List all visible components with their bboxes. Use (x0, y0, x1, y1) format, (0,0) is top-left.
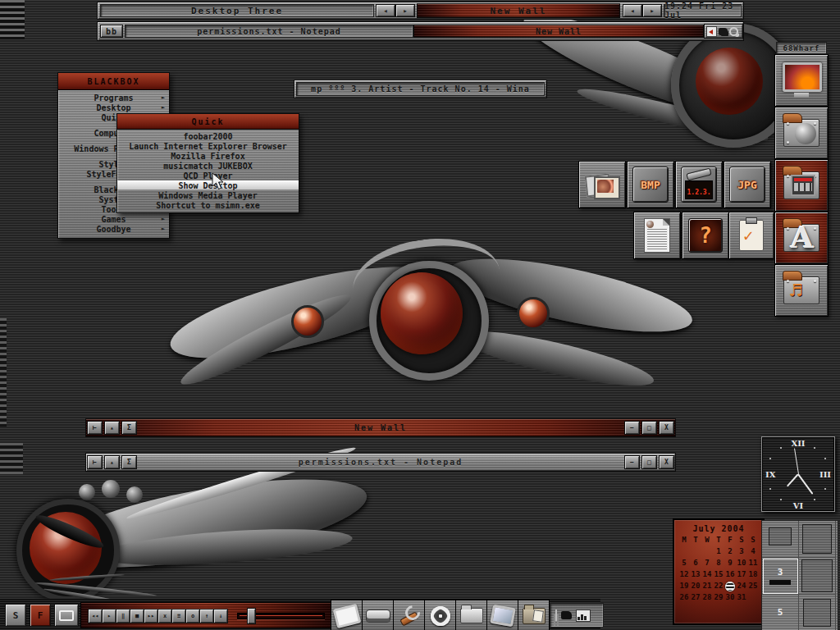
quick-item-shortcut-msimn[interactable]: Shortcut to msimn.exe (117, 200, 299, 210)
dock-display2-icon[interactable] (486, 600, 518, 630)
workspace-label[interactable]: Desktop Three (100, 4, 374, 17)
clock-numeral-xii: XII (791, 439, 805, 448)
dock-display-icon[interactable] (331, 600, 363, 630)
stick-button[interactable]: ⊢ (87, 455, 103, 469)
quick-menu: Quick foobar2000 Launch Internet Explore… (116, 113, 299, 213)
image-tray-icon[interactable] (706, 26, 717, 37)
calendar: July 2004 MTWTFSS 1234 567891011 1213141… (673, 518, 765, 625)
menu-item-desktop[interactable]: Desktop► (58, 103, 169, 112)
wharf-music-icon[interactable]: ♬ (774, 264, 829, 317)
lower-button[interactable]: Σ (121, 421, 137, 435)
pager-cell-3-active[interactable]: 3 (762, 558, 799, 595)
key-tray-icon[interactable] (729, 27, 738, 36)
media-panel: ◂◂ ▸ ‖ ■ ▸▸ x ≡ o ↑ ↓ (80, 602, 331, 628)
menu-item-goodbye[interactable]: Goodbye► (58, 224, 169, 234)
task-next-button[interactable]: ▸ (642, 4, 662, 17)
dock-tools-icon[interactable] (393, 600, 425, 630)
window-button[interactable] (54, 604, 79, 627)
quick-item-foobar2000[interactable]: foobar2000 (117, 131, 299, 141)
menu-item-programs[interactable]: Programs► (58, 93, 169, 103)
minimize-button[interactable]: − (624, 455, 640, 469)
toolbar-title: New Wall (417, 3, 620, 18)
dock-folder-icon[interactable] (455, 600, 487, 630)
counter-icon[interactable]: 1.2.3. (675, 161, 723, 208)
wallpaper-small-orb (291, 305, 324, 338)
menu-item-games[interactable]: Games► (58, 214, 169, 224)
pager-cell-1[interactable] (762, 521, 799, 558)
shade-button[interactable]: ▴ (104, 421, 120, 435)
pictures-icon[interactable] (578, 161, 626, 208)
quick-item-musicmatch[interactable]: musicmatch JUKEBOX (117, 161, 299, 171)
task-prev-button[interactable]: ◂ (623, 4, 642, 17)
volume-down-button[interactable]: ↓ (213, 609, 228, 623)
play-button[interactable]: ▸ (102, 609, 116, 623)
wallpaper-knob (79, 484, 95, 500)
antenna-tray-icon[interactable] (555, 609, 557, 621)
workspace-pager: 3 5 (761, 520, 838, 630)
workspace-next-button[interactable]: ▸ (395, 4, 415, 17)
wallpaper-small-orb (517, 297, 550, 330)
task-item-notepad[interactable]: permissions.txt - Notepad (125, 25, 413, 38)
rewind-button[interactable]: ◂◂ (88, 609, 103, 623)
maximize-button[interactable]: □ (641, 421, 657, 435)
close-button[interactable]: X (659, 421, 674, 435)
workspace-prev-button[interactable]: ◂ (376, 4, 395, 17)
jpg-label: JPG (737, 179, 756, 191)
pager-cell-6[interactable] (799, 595, 836, 630)
style-button[interactable]: S (5, 604, 26, 627)
wharf-fonts-icon[interactable]: A (774, 212, 829, 264)
dock-drive-icon[interactable] (362, 600, 394, 630)
minimize-button[interactable]: − (624, 421, 640, 435)
music-note-glyph: ♬ (790, 279, 801, 302)
task-item-newwall[interactable]: New Wall (413, 25, 704, 38)
tasks-icon[interactable]: ✓ (728, 212, 774, 259)
quick-item-show-desktop[interactable]: Show Desktop (117, 180, 299, 190)
letter-a-glyph: A (791, 220, 814, 254)
lower-button[interactable]: Σ (121, 455, 137, 469)
quick-item-qcd-player[interactable]: QCD Player (117, 171, 299, 180)
close-button[interactable]: X (659, 455, 674, 469)
wharf-launcher-icon[interactable] (774, 159, 829, 212)
quick-item-windows-media-player[interactable]: Windows Media Player (117, 190, 299, 200)
wharf-internet-icon[interactable] (774, 107, 829, 159)
stick-button[interactable]: ⊢ (87, 421, 103, 435)
f-button[interactable]: F (30, 604, 51, 627)
shade-button[interactable]: ▴ (104, 455, 120, 469)
analog-clock: XII III VI IX (761, 436, 835, 512)
wallpaper-orb (381, 272, 463, 354)
chart-tray-icon[interactable] (576, 609, 591, 622)
quick-item-mozilla-firefox[interactable]: Mozilla Firefox (117, 151, 299, 161)
help-icon[interactable]: ? (682, 212, 729, 259)
window-bar-newwall[interactable]: ⊢ ▴ Σ New Wall − □ X (85, 418, 676, 437)
today-marker-icon (725, 582, 735, 591)
forward-button[interactable]: ▸▸ (144, 609, 158, 623)
dog-tray-icon[interactable] (719, 28, 728, 35)
wharf-display-icon[interactable] (774, 54, 829, 107)
dock-movies-icon[interactable] (424, 600, 456, 630)
volume-up-button[interactable]: ↑ (199, 609, 214, 623)
jpg-file-icon[interactable]: JPG (724, 161, 771, 208)
dock-documents-icon[interactable] (518, 600, 550, 630)
maximize-button[interactable]: □ (641, 455, 657, 469)
playlist-button[interactable]: ≡ (171, 609, 186, 623)
document-icon[interactable] (633, 212, 681, 259)
shuffle-button[interactable]: x (158, 609, 172, 623)
pause-button[interactable]: ‖ (116, 609, 130, 623)
dog-tray-icon[interactable] (561, 611, 572, 619)
tasklist-bar: bb permissions.txt - Notepad New Wall (97, 21, 744, 41)
pager-desktop-number: 3 (778, 567, 783, 578)
minute-hand (797, 473, 813, 494)
wallpaper-orb (696, 48, 763, 115)
pager-cell-4[interactable] (799, 558, 836, 595)
blackbox-menu-title: BLACKBOX (58, 73, 169, 90)
window-bar-notepad[interactable]: ⊢ ▴ Σ permissions.txt - Notepad − □ X (85, 453, 676, 472)
pager-cell-5[interactable]: 5 (762, 595, 799, 630)
seek-slider-handle[interactable] (247, 608, 256, 624)
bmp-file-icon[interactable]: BMP (627, 161, 674, 208)
pager-cell-2[interactable] (799, 521, 836, 558)
quick-item-internet-explorer[interactable]: Launch Internet Explorer Browser (117, 141, 299, 151)
wallpaper-knob (126, 486, 143, 503)
eject-button[interactable]: o (185, 609, 200, 623)
bb-menu-button[interactable]: bb (100, 25, 123, 38)
stop-button[interactable]: ■ (130, 609, 144, 623)
